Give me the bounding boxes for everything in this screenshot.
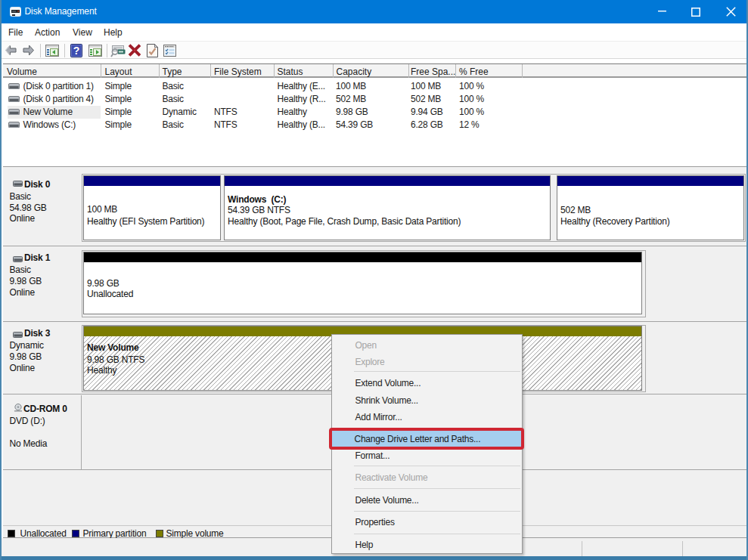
svg-text:?: ?: [73, 45, 80, 57]
